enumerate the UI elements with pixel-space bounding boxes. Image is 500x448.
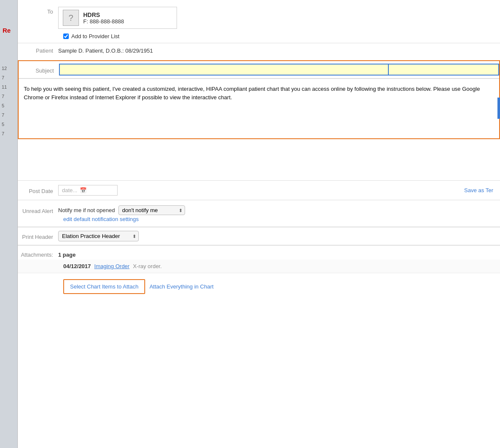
attachment-desc: X-ray order. — [133, 263, 162, 269]
empty-body-area[interactable] — [18, 143, 500, 181]
print-header-select-wrapper: Elation Practice Header No Header Custom… — [58, 231, 139, 241]
unread-alert-label: Unread Alert — [18, 206, 58, 214]
attachments-section: Attachments: 1 page 04/12/2017 Imaging O… — [18, 246, 500, 301]
form-area: To ? HDRS F: 888-888-8888 Add to Provide… — [18, 0, 500, 301]
date-placeholder: date... — [62, 187, 77, 193]
sidebar-red-text: Re — [3, 25, 11, 36]
patient-value: Sample D. Patient, D.O.B.: 08/29/1951 — [58, 46, 153, 54]
select-chart-button[interactable]: Select Chart Items to Attach — [63, 279, 145, 294]
bottom-buttons: Select Chart Items to Attach Attach Ever… — [18, 273, 500, 301]
print-header-label: Print Header — [18, 232, 58, 240]
subject-overflow — [389, 64, 499, 76]
attachments-header-row: Attachments: 1 page — [18, 250, 500, 260]
attachments-count: 1 page — [58, 252, 76, 258]
recipient-info: HDRS F: 888-888-8888 — [83, 11, 124, 25]
date-input-box[interactable]: date... 📅 — [58, 185, 118, 196]
recipient-icon: ? — [63, 10, 79, 26]
attachment-type[interactable]: Imaging Order — [94, 263, 129, 269]
recipient-name: HDRS — [83, 11, 124, 18]
post-date-row: Post Date date... 📅 Save as Ter — [18, 181, 500, 200]
save-as-template-link[interactable]: Save as Ter — [464, 187, 493, 193]
recipient-box: ? HDRS F: 888-888-8888 — [58, 7, 177, 29]
notify-select-wrapper: don't notify me notify me after 1 day no… — [118, 205, 185, 215]
unread-alert-row: Unread Alert Notify me if not opened don… — [18, 204, 500, 216]
subject-row: Subject — [19, 61, 499, 78]
notify-select[interactable]: don't notify me notify me after 1 day no… — [118, 205, 185, 215]
attachment-item: 04/12/2017 Imaging Order X-ray order. — [18, 260, 500, 273]
to-label: To — [18, 7, 58, 15]
add-provider-label: Add to Provider List — [71, 33, 119, 39]
subject-input[interactable] — [59, 64, 389, 76]
unread-alert-section: Unread Alert Notify me if not opened don… — [18, 200, 500, 227]
message-body: To help you with seeing this patient, I'… — [19, 79, 499, 138]
subject-label: Subject — [19, 66, 59, 74]
page-wrapper: Re 12 7 11 7 5 7 5 7 To ? HDRS — [0, 0, 500, 448]
attachments-label: Attachments: — [18, 252, 58, 258]
orange-border-container: Subject To help you with seeing this pat… — [18, 60, 500, 139]
patient-label: Patient — [18, 46, 58, 54]
edit-default-link[interactable]: edit default notification settings — [18, 216, 500, 225]
add-provider-checkbox[interactable] — [63, 34, 69, 39]
recipient-fax: F: 888-888-8888 — [83, 18, 124, 25]
sidebar-numbers: 12 7 11 7 5 7 5 7 — [2, 64, 7, 138]
attachment-date: 04/12/2017 — [63, 263, 91, 269]
patient-row: Patient Sample D. Patient, D.O.B.: 08/29… — [18, 43, 500, 59]
message-text: To help you with seeing this patient, I'… — [24, 86, 480, 101]
to-row: To ? HDRS F: 888-888-8888 — [18, 4, 500, 31]
print-header-row: Print Header Elation Practice Header No … — [18, 227, 500, 245]
calendar-icon: 📅 — [80, 187, 87, 193]
add-provider-row: Add to Provider List — [18, 31, 500, 43]
main-content: To ? HDRS F: 888-888-8888 Add to Provide… — [18, 0, 500, 448]
post-date-label: Post Date — [18, 186, 58, 194]
left-sidebar: Re 12 7 11 7 5 7 5 7 — [0, 0, 18, 448]
blue-right-border — [497, 98, 500, 119]
print-header-select[interactable]: Elation Practice Header No Header Custom… — [58, 231, 139, 241]
notify-label: Notify me if not opened — [58, 207, 115, 213]
attach-everything-button[interactable]: Attach Everything in Chart — [149, 280, 213, 293]
